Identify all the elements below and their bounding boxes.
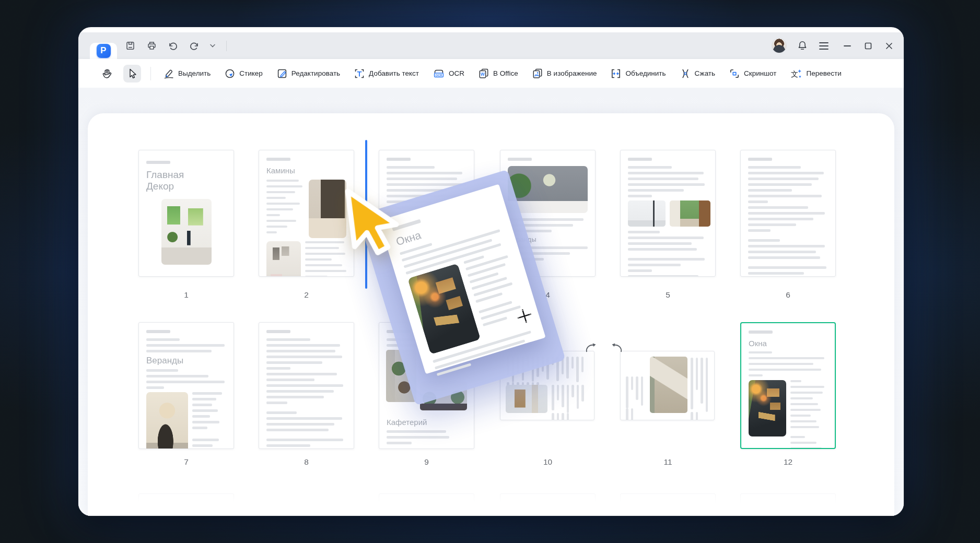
toolbar-item-translate[interactable]: 文 Перевести bbox=[790, 68, 841, 79]
page-number: 7 bbox=[138, 457, 234, 467]
page-thumbnail-6[interactable] bbox=[740, 150, 836, 277]
bell-icon bbox=[797, 40, 808, 51]
text-lines bbox=[790, 380, 827, 429]
hand-tool-button[interactable] bbox=[98, 65, 116, 82]
titlebar: P bbox=[78, 32, 904, 59]
text-lines bbox=[266, 338, 346, 404]
toolbar-label: Сжать bbox=[695, 69, 716, 77]
toolbar-item-merge[interactable]: Объединить bbox=[610, 68, 666, 79]
content-area: Главная Декор 1 Камины bbox=[78, 88, 904, 516]
select-tool-button[interactable] bbox=[123, 65, 141, 82]
text-lines bbox=[749, 351, 827, 377]
toolbar-item-compress[interactable]: Сжать bbox=[680, 68, 716, 79]
page-number: 12 bbox=[740, 457, 836, 467]
placeholder-bar bbox=[266, 158, 290, 161]
toolbar-item-highlight[interactable]: Выделить bbox=[163, 68, 211, 79]
placeholder-bar bbox=[749, 330, 773, 334]
page-number: 11 bbox=[620, 457, 716, 467]
page-cell-8: 8 bbox=[259, 322, 354, 479]
page-number: 2 bbox=[259, 290, 354, 300]
toolbar-item-ocr[interactable]: OCR OCR bbox=[433, 68, 464, 79]
page-thumbnail-11[interactable] bbox=[620, 351, 715, 420]
toolbar-label: В изображение bbox=[547, 69, 597, 77]
placeholder-bar bbox=[748, 158, 772, 161]
text-lines bbox=[387, 430, 449, 447]
pointer-tools bbox=[98, 65, 141, 82]
page-thumbnail-7[interactable]: Веранды bbox=[138, 322, 234, 449]
titlebar-divider bbox=[226, 41, 227, 51]
vertical-text-lines bbox=[626, 376, 648, 410]
page-thumbnail-8[interactable] bbox=[259, 322, 354, 449]
account-avatar[interactable] bbox=[772, 39, 786, 53]
close-button[interactable] bbox=[885, 42, 893, 50]
maximize-button[interactable] bbox=[864, 42, 872, 50]
toolbar-item-sticker[interactable]: Стикер bbox=[224, 68, 263, 79]
notifications-button[interactable] bbox=[797, 40, 808, 51]
page-photo bbox=[508, 166, 588, 213]
cursor-arrow-icon bbox=[127, 68, 137, 79]
page-thumbnail-2[interactable]: Камины bbox=[259, 150, 354, 277]
drag-pointer-cursor-icon bbox=[339, 181, 414, 264]
toolbar-label: Скриншот bbox=[744, 69, 776, 77]
rotate-page-handle[interactable] bbox=[584, 341, 599, 356]
office-icon-letter: W bbox=[481, 72, 485, 77]
page-title: Веранды bbox=[146, 356, 226, 366]
vertical-text-lines bbox=[552, 385, 590, 413]
placeholder-bar bbox=[508, 158, 532, 161]
page-number: 10 bbox=[500, 457, 596, 467]
hand-icon bbox=[101, 68, 113, 79]
page-thumbnail-5[interactable] bbox=[620, 150, 716, 277]
text-lines bbox=[748, 239, 828, 259]
text-lines bbox=[266, 439, 346, 449]
page-thumbnail-1[interactable]: Главная Декор bbox=[138, 150, 234, 277]
text-lines bbox=[628, 231, 708, 251]
page-title: Кафетерий bbox=[387, 418, 427, 427]
text-lines bbox=[628, 258, 708, 277]
app-logo-letter: P bbox=[100, 46, 106, 55]
window-controls bbox=[843, 42, 893, 50]
more-actions-button[interactable] bbox=[209, 39, 216, 53]
page-number: 9 bbox=[379, 457, 474, 467]
toolbar-item-to-office[interactable]: W В Office bbox=[478, 68, 518, 79]
page-cell-12: Окна 12 bbox=[740, 322, 836, 479]
save-button[interactable] bbox=[123, 39, 137, 53]
titlebar-right bbox=[772, 32, 893, 59]
text-lines bbox=[305, 241, 346, 277]
page-number: 5 bbox=[620, 290, 716, 300]
text-lines bbox=[146, 369, 226, 389]
to-image-icon bbox=[532, 68, 543, 79]
toolbar-item-add-text[interactable]: Добавить текст bbox=[354, 68, 419, 79]
toolbar-label: Редактировать bbox=[291, 69, 340, 77]
text-lines bbox=[748, 166, 828, 232]
toolbar-label: Стикер bbox=[239, 69, 263, 77]
page-number: 8 bbox=[259, 457, 354, 467]
translate-icon: 文 bbox=[790, 68, 802, 79]
save-icon bbox=[125, 41, 135, 51]
toolbar-label: Добавить текст bbox=[369, 69, 419, 77]
toolbar-item-to-image[interactable]: В изображение bbox=[532, 68, 597, 79]
page-number: 6 bbox=[740, 290, 836, 300]
app-window: P bbox=[78, 27, 904, 516]
page-cell-6: 6 bbox=[740, 150, 836, 306]
hamburger-menu-icon bbox=[819, 42, 829, 50]
undo-button[interactable] bbox=[166, 39, 180, 53]
print-button[interactable] bbox=[145, 39, 158, 53]
app-tab[interactable]: P bbox=[90, 43, 117, 59]
page-thumbnail-12-selected[interactable]: Окна bbox=[740, 322, 836, 449]
placeholder-bar bbox=[387, 158, 411, 161]
text-lines bbox=[748, 266, 828, 277]
ocr-icon-text: OCR bbox=[436, 73, 442, 76]
to-office-icon: W bbox=[478, 68, 489, 79]
minimize-button[interactable] bbox=[843, 42, 851, 50]
toolbar-item-edit[interactable]: Редактировать bbox=[276, 68, 340, 79]
text-lines bbox=[790, 436, 827, 449]
app-menu-button[interactable] bbox=[819, 42, 829, 50]
rotate-page-handle[interactable] bbox=[609, 341, 624, 356]
placeholder-bar bbox=[266, 330, 290, 333]
pages-panel: Главная Декор 1 Камины bbox=[88, 113, 894, 516]
undo-icon bbox=[168, 41, 178, 51]
toolbar-label: В Office bbox=[493, 69, 518, 77]
text-lines bbox=[192, 439, 226, 449]
redo-button[interactable] bbox=[188, 39, 201, 53]
toolbar-item-screenshot[interactable]: Скриншот bbox=[729, 68, 776, 79]
